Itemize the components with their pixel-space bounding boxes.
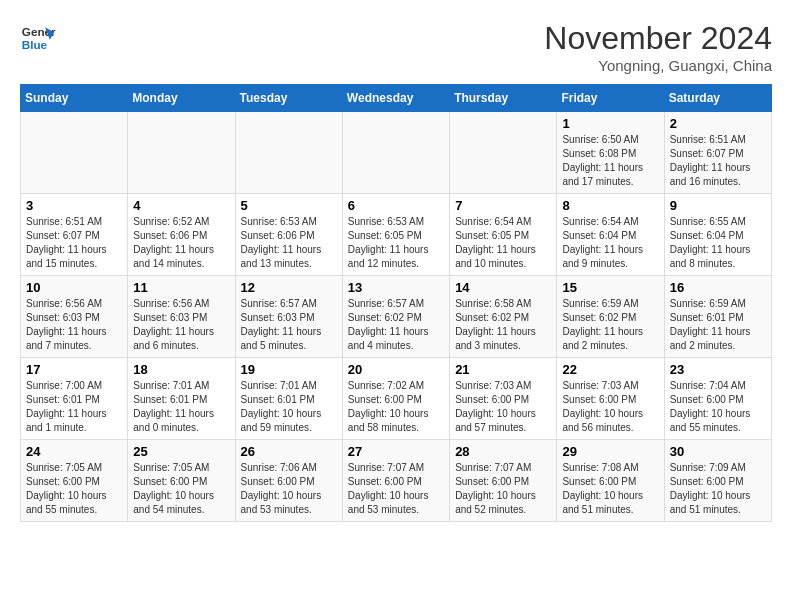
- calendar-cell: 8Sunrise: 6:54 AMSunset: 6:04 PMDaylight…: [557, 194, 664, 276]
- day-info: Sunrise: 7:09 AMSunset: 6:00 PMDaylight:…: [670, 461, 766, 517]
- day-number: 14: [455, 280, 551, 295]
- day-info: Sunrise: 7:08 AMSunset: 6:00 PMDaylight:…: [562, 461, 658, 517]
- day-number: 28: [455, 444, 551, 459]
- day-number: 26: [241, 444, 337, 459]
- day-number: 15: [562, 280, 658, 295]
- calendar-cell: 14Sunrise: 6:58 AMSunset: 6:02 PMDayligh…: [450, 276, 557, 358]
- weekday-header-thursday: Thursday: [450, 85, 557, 112]
- day-info: Sunrise: 6:57 AMSunset: 6:02 PMDaylight:…: [348, 297, 444, 353]
- calendar-cell: 17Sunrise: 7:00 AMSunset: 6:01 PMDayligh…: [21, 358, 128, 440]
- calendar-cell: 22Sunrise: 7:03 AMSunset: 6:00 PMDayligh…: [557, 358, 664, 440]
- calendar-week-1: 1Sunrise: 6:50 AMSunset: 6:08 PMDaylight…: [21, 112, 772, 194]
- day-number: 7: [455, 198, 551, 213]
- day-number: 12: [241, 280, 337, 295]
- month-title: November 2024: [544, 20, 772, 57]
- day-number: 21: [455, 362, 551, 377]
- day-info: Sunrise: 6:53 AMSunset: 6:05 PMDaylight:…: [348, 215, 444, 271]
- day-number: 24: [26, 444, 122, 459]
- calendar-cell: 16Sunrise: 6:59 AMSunset: 6:01 PMDayligh…: [664, 276, 771, 358]
- weekday-header-tuesday: Tuesday: [235, 85, 342, 112]
- day-info: Sunrise: 6:54 AMSunset: 6:05 PMDaylight:…: [455, 215, 551, 271]
- calendar-cell: 4Sunrise: 6:52 AMSunset: 6:06 PMDaylight…: [128, 194, 235, 276]
- calendar-cell: 3Sunrise: 6:51 AMSunset: 6:07 PMDaylight…: [21, 194, 128, 276]
- logo-icon: General Blue: [20, 20, 56, 56]
- day-info: Sunrise: 7:06 AMSunset: 6:00 PMDaylight:…: [241, 461, 337, 517]
- day-number: 5: [241, 198, 337, 213]
- calendar-cell: 5Sunrise: 6:53 AMSunset: 6:06 PMDaylight…: [235, 194, 342, 276]
- calendar-cell: 25Sunrise: 7:05 AMSunset: 6:00 PMDayligh…: [128, 440, 235, 522]
- day-number: 13: [348, 280, 444, 295]
- calendar-cell: 28Sunrise: 7:07 AMSunset: 6:00 PMDayligh…: [450, 440, 557, 522]
- day-info: Sunrise: 7:03 AMSunset: 6:00 PMDaylight:…: [455, 379, 551, 435]
- day-info: Sunrise: 6:51 AMSunset: 6:07 PMDaylight:…: [26, 215, 122, 271]
- page-header: General Blue November 2024 Yongning, Gua…: [20, 20, 772, 74]
- day-number: 3: [26, 198, 122, 213]
- day-number: 22: [562, 362, 658, 377]
- location-subtitle: Yongning, Guangxi, China: [544, 57, 772, 74]
- weekday-header-friday: Friday: [557, 85, 664, 112]
- calendar-cell: [128, 112, 235, 194]
- weekday-header-wednesday: Wednesday: [342, 85, 449, 112]
- calendar-cell: 19Sunrise: 7:01 AMSunset: 6:01 PMDayligh…: [235, 358, 342, 440]
- calendar-cell: 23Sunrise: 7:04 AMSunset: 6:00 PMDayligh…: [664, 358, 771, 440]
- day-info: Sunrise: 6:54 AMSunset: 6:04 PMDaylight:…: [562, 215, 658, 271]
- day-number: 9: [670, 198, 766, 213]
- calendar-cell: [342, 112, 449, 194]
- day-info: Sunrise: 7:01 AMSunset: 6:01 PMDaylight:…: [241, 379, 337, 435]
- day-number: 19: [241, 362, 337, 377]
- calendar-cell: [235, 112, 342, 194]
- day-number: 4: [133, 198, 229, 213]
- day-info: Sunrise: 7:03 AMSunset: 6:00 PMDaylight:…: [562, 379, 658, 435]
- day-info: Sunrise: 6:53 AMSunset: 6:06 PMDaylight:…: [241, 215, 337, 271]
- calendar-week-3: 10Sunrise: 6:56 AMSunset: 6:03 PMDayligh…: [21, 276, 772, 358]
- weekday-header-sunday: Sunday: [21, 85, 128, 112]
- day-number: 17: [26, 362, 122, 377]
- calendar-cell: [21, 112, 128, 194]
- day-number: 30: [670, 444, 766, 459]
- calendar-cell: 26Sunrise: 7:06 AMSunset: 6:00 PMDayligh…: [235, 440, 342, 522]
- day-info: Sunrise: 6:56 AMSunset: 6:03 PMDaylight:…: [133, 297, 229, 353]
- day-info: Sunrise: 6:51 AMSunset: 6:07 PMDaylight:…: [670, 133, 766, 189]
- title-block: November 2024 Yongning, Guangxi, China: [544, 20, 772, 74]
- day-info: Sunrise: 6:52 AMSunset: 6:06 PMDaylight:…: [133, 215, 229, 271]
- calendar-week-4: 17Sunrise: 7:00 AMSunset: 6:01 PMDayligh…: [21, 358, 772, 440]
- weekday-row: SundayMondayTuesdayWednesdayThursdayFrid…: [21, 85, 772, 112]
- calendar-header: SundayMondayTuesdayWednesdayThursdayFrid…: [21, 85, 772, 112]
- calendar-cell: 21Sunrise: 7:03 AMSunset: 6:00 PMDayligh…: [450, 358, 557, 440]
- calendar-table: SundayMondayTuesdayWednesdayThursdayFrid…: [20, 84, 772, 522]
- day-number: 29: [562, 444, 658, 459]
- svg-text:Blue: Blue: [22, 38, 48, 51]
- calendar-cell: 18Sunrise: 7:01 AMSunset: 6:01 PMDayligh…: [128, 358, 235, 440]
- day-number: 27: [348, 444, 444, 459]
- calendar-body: 1Sunrise: 6:50 AMSunset: 6:08 PMDaylight…: [21, 112, 772, 522]
- day-info: Sunrise: 7:01 AMSunset: 6:01 PMDaylight:…: [133, 379, 229, 435]
- day-info: Sunrise: 7:05 AMSunset: 6:00 PMDaylight:…: [133, 461, 229, 517]
- day-info: Sunrise: 6:59 AMSunset: 6:02 PMDaylight:…: [562, 297, 658, 353]
- calendar-cell: 7Sunrise: 6:54 AMSunset: 6:05 PMDaylight…: [450, 194, 557, 276]
- day-info: Sunrise: 7:07 AMSunset: 6:00 PMDaylight:…: [348, 461, 444, 517]
- calendar-cell: 11Sunrise: 6:56 AMSunset: 6:03 PMDayligh…: [128, 276, 235, 358]
- calendar-cell: 13Sunrise: 6:57 AMSunset: 6:02 PMDayligh…: [342, 276, 449, 358]
- day-info: Sunrise: 7:02 AMSunset: 6:00 PMDaylight:…: [348, 379, 444, 435]
- weekday-header-monday: Monday: [128, 85, 235, 112]
- logo: General Blue: [20, 20, 56, 56]
- day-info: Sunrise: 7:04 AMSunset: 6:00 PMDaylight:…: [670, 379, 766, 435]
- day-number: 10: [26, 280, 122, 295]
- day-info: Sunrise: 6:55 AMSunset: 6:04 PMDaylight:…: [670, 215, 766, 271]
- day-info: Sunrise: 7:05 AMSunset: 6:00 PMDaylight:…: [26, 461, 122, 517]
- calendar-cell: 9Sunrise: 6:55 AMSunset: 6:04 PMDaylight…: [664, 194, 771, 276]
- day-number: 23: [670, 362, 766, 377]
- day-number: 6: [348, 198, 444, 213]
- calendar-cell: 27Sunrise: 7:07 AMSunset: 6:00 PMDayligh…: [342, 440, 449, 522]
- calendar-cell: 30Sunrise: 7:09 AMSunset: 6:00 PMDayligh…: [664, 440, 771, 522]
- day-number: 16: [670, 280, 766, 295]
- calendar-week-5: 24Sunrise: 7:05 AMSunset: 6:00 PMDayligh…: [21, 440, 772, 522]
- calendar-cell: 10Sunrise: 6:56 AMSunset: 6:03 PMDayligh…: [21, 276, 128, 358]
- calendar-cell: [450, 112, 557, 194]
- day-info: Sunrise: 6:56 AMSunset: 6:03 PMDaylight:…: [26, 297, 122, 353]
- calendar-week-2: 3Sunrise: 6:51 AMSunset: 6:07 PMDaylight…: [21, 194, 772, 276]
- day-info: Sunrise: 7:00 AMSunset: 6:01 PMDaylight:…: [26, 379, 122, 435]
- calendar-cell: 12Sunrise: 6:57 AMSunset: 6:03 PMDayligh…: [235, 276, 342, 358]
- day-info: Sunrise: 6:50 AMSunset: 6:08 PMDaylight:…: [562, 133, 658, 189]
- day-number: 8: [562, 198, 658, 213]
